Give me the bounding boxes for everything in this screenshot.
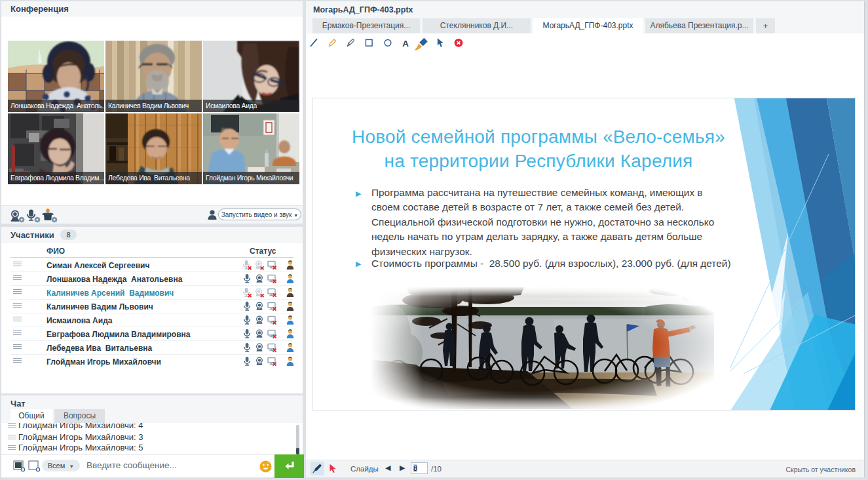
svg-text:A: A [402,39,409,49]
